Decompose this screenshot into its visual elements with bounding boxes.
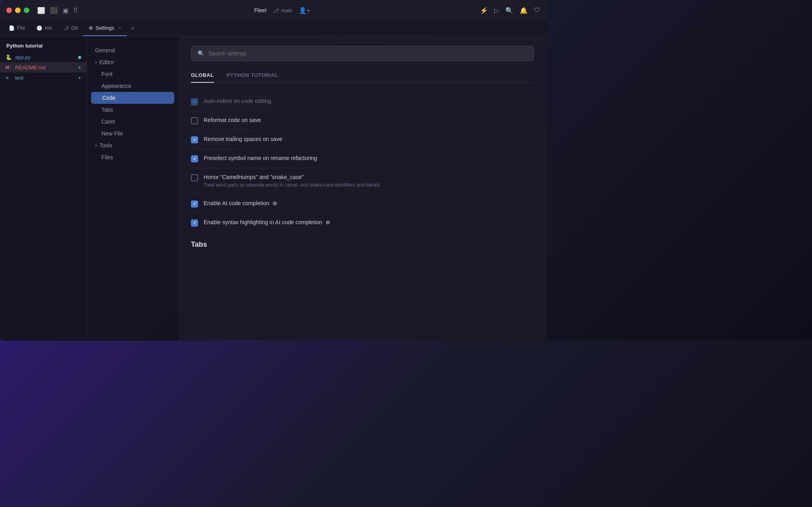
search-settings-input[interactable]: [208, 50, 527, 57]
sidebar-left-icon[interactable]: ⬜: [37, 7, 45, 14]
tab-git[interactable]: ⎇ Git: [58, 21, 84, 36]
checkmark-ai-syntax-highlight: ✓: [193, 220, 196, 225]
nav-new-file-label: New File: [101, 130, 123, 137]
checkbox-auto-indent[interactable]: ✓: [191, 98, 198, 105]
app-name: Fleet: [254, 7, 267, 13]
tab-bar: 📄 File 🕐 His ⎇ Git ⚙ Settings ✕ +: [0, 21, 547, 36]
setting-label-auto-indent: Auto-indent on code editing: [204, 98, 534, 104]
setting-sublabel-camel-humps: Treat word parts as separate words in ca…: [204, 182, 534, 189]
checkmark-auto-indent: ✓: [193, 99, 196, 105]
tab-settings[interactable]: ⚙ Settings ✕: [83, 21, 127, 36]
nav-tools-label: Tools: [99, 142, 112, 149]
minimize-button[interactable]: [15, 8, 21, 13]
file-name-app-py: app.py: [15, 54, 75, 60]
tools-chevron-icon: ▾: [95, 143, 97, 148]
history-tab-icon: 🕐: [36, 25, 42, 31]
grid-icon[interactable]: ⠿: [73, 7, 78, 14]
titlebar: ⬜ ⬛ ▣ ⠿ Fleet ⎇ main 👤+ ⚡ ▷ 🔍 🔔 🛡: [0, 0, 547, 21]
setting-remove-trailing: ✓ Remove trailing spaces on save: [191, 130, 534, 149]
ai-badge-completion: ⊛: [273, 200, 277, 206]
setting-text-reformat-code: Reformat code on save: [204, 117, 534, 123]
tab-history-label: His: [45, 25, 52, 31]
nav-appearance-label: Appearance: [101, 83, 132, 89]
file-tab-icon: 📄: [9, 25, 15, 31]
nav-item-general[interactable]: General: [87, 44, 178, 56]
settings-panel: General ▾ Editor Font Appearance Code Ta…: [87, 36, 547, 341]
file-item-readme[interactable]: M↓ README.md +: [0, 62, 87, 72]
tab-global[interactable]: GLOBAL: [191, 72, 214, 83]
add-tab-button[interactable]: +: [127, 21, 138, 36]
titlebar-center: Fleet ⎇ main 👤+: [84, 7, 480, 14]
settings-nav: General ▾ Editor Font Appearance Code Ta…: [87, 36, 178, 341]
nav-font-label: Font: [101, 71, 112, 77]
shield-icon[interactable]: 🛡: [534, 7, 540, 14]
markdown-file-icon: M↓: [6, 65, 12, 70]
split-view-icon[interactable]: ⬛: [50, 7, 58, 14]
branch-name: main: [281, 8, 292, 13]
tab-git-label: Git: [71, 25, 78, 31]
project-name: Python tutorial: [6, 43, 43, 49]
close-button[interactable]: [6, 8, 12, 13]
search-bar[interactable]: 🔍: [191, 46, 534, 61]
checkbox-reformat-code[interactable]: [191, 117, 198, 124]
file-badge-dot: [78, 56, 81, 59]
nav-item-tools[interactable]: ▾ Tools: [87, 139, 178, 151]
nav-item-files[interactable]: Files: [87, 151, 178, 163]
nav-files-label: Files: [101, 154, 113, 160]
checkmark-remove-trailing: ✓: [193, 137, 196, 143]
settings-tab-close-icon[interactable]: ✕: [118, 26, 121, 30]
checkbox-remove-trailing[interactable]: ✓: [191, 136, 198, 143]
checkbox-preselect-symbol[interactable]: ✓: [191, 155, 198, 162]
setting-camel-humps: Honor "CamelHumps" and "snake_case" Trea…: [191, 168, 534, 194]
nav-item-font[interactable]: Font: [87, 68, 178, 80]
search-icon[interactable]: 🔍: [505, 7, 513, 14]
nav-item-caret[interactable]: Caret: [87, 116, 178, 128]
setting-ai-completion: ✓ Enable AI code completion ⊛: [191, 194, 534, 213]
setting-text-ai-completion: Enable AI code completion ⊛: [204, 200, 534, 206]
sidebar-toggle-icons: ⬜ ⬛ ▣ ⠿: [37, 7, 78, 14]
nav-tabs-label: Tabs: [101, 107, 113, 113]
lightning-icon[interactable]: ⚡: [480, 7, 488, 14]
setting-label-remove-trailing: Remove trailing spaces on save: [204, 136, 534, 142]
setting-ai-syntax-highlight: ✓ Enable syntax highlighting in AI code …: [191, 213, 534, 233]
settings-tab-icon: ⚙: [89, 25, 93, 31]
search-bar-icon: 🔍: [198, 50, 204, 57]
ai-badge-syntax-highlight: ⊛: [326, 219, 330, 225]
nav-item-code[interactable]: Code: [91, 92, 174, 104]
nav-item-editor[interactable]: ▾ Editor: [87, 56, 178, 68]
setting-text-remove-trailing: Remove trailing spaces on save: [204, 136, 534, 142]
nav-item-tabs[interactable]: Tabs: [87, 104, 178, 116]
setting-text-ai-syntax-highlight: Enable syntax highlighting in AI code co…: [204, 219, 534, 225]
setting-text-preselect-symbol: Preselect symbol name on rename refactor…: [204, 155, 534, 161]
titlebar-actions: ⚡ ▷ 🔍 🔔 🛡: [480, 7, 540, 14]
nav-item-appearance[interactable]: Appearance: [87, 80, 178, 92]
checkmark-preselect-symbol: ✓: [193, 156, 196, 162]
tab-history[interactable]: 🕐 His: [31, 21, 58, 36]
play-icon[interactable]: ▷: [494, 7, 499, 14]
file-name-readme: README.md: [15, 65, 75, 71]
setting-preselect-symbol: ✓ Preselect symbol name on rename refact…: [191, 149, 534, 168]
file-item-app-py[interactable]: 🐍 app.py: [0, 52, 87, 62]
sidebar-right-icon[interactable]: ▣: [63, 7, 69, 14]
checkbox-ai-syntax-highlight[interactable]: ✓: [191, 219, 198, 227]
checkbox-camel-humps[interactable]: [191, 174, 198, 181]
tab-file[interactable]: 📄 File: [3, 21, 31, 36]
main-content: Python tutorial 🐍 app.py M↓ README.md + …: [0, 36, 547, 341]
settings-tabs-header: GLOBAL PYTHON TUTORIAL: [191, 72, 534, 83]
add-user-icon[interactable]: 👤+: [299, 7, 310, 14]
checkbox-ai-completion[interactable]: ✓: [191, 200, 198, 208]
setting-label-reformat-code: Reformat code on save: [204, 117, 534, 123]
nav-item-new-file[interactable]: New File: [87, 128, 178, 139]
setting-text-camel-humps: Honor "CamelHumps" and "snake_case" Trea…: [204, 174, 534, 189]
file-item-text[interactable]: ≡ text +: [0, 72, 87, 83]
setting-text-auto-indent: Auto-indent on code editing: [204, 98, 534, 104]
tab-settings-label: Settings: [95, 25, 114, 31]
setting-auto-indent: ✓ Auto-indent on code editing: [191, 92, 534, 111]
tab-python-tutorial[interactable]: PYTHON TUTORIAL: [227, 72, 278, 83]
text-file-icon: ≡: [6, 75, 12, 81]
maximize-button[interactable]: [24, 8, 29, 13]
nav-caret-label: Caret: [101, 118, 115, 125]
bell-icon[interactable]: 🔔: [520, 7, 528, 14]
git-tab-icon: ⎇: [63, 25, 69, 31]
python-file-icon: 🐍: [6, 54, 12, 60]
